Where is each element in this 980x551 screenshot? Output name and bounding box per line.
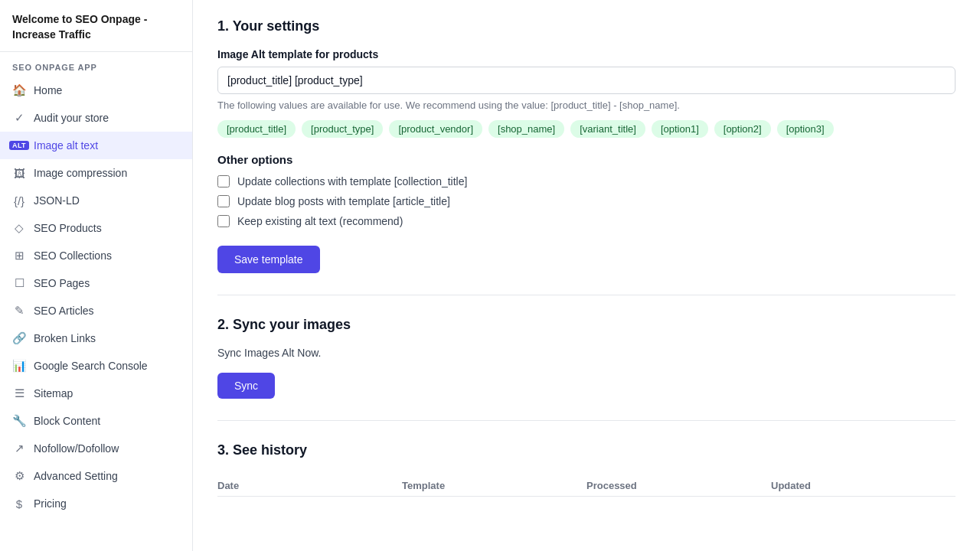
sitemap-label: Sitemap bbox=[34, 387, 73, 399]
field-hint: The following values are available for u… bbox=[217, 99, 956, 111]
sidebar-item-advanced-setting[interactable]: ⚙Advanced Setting bbox=[0, 462, 192, 490]
google-search-console-label: Google Search Console bbox=[34, 360, 148, 372]
template-tag[interactable]: [product_type] bbox=[302, 120, 383, 138]
checkbox-cb2[interactable] bbox=[217, 195, 230, 207]
image-compression-label: Image compression bbox=[34, 167, 127, 179]
advanced-setting-label: Advanced Setting bbox=[34, 470, 118, 482]
sidebar-item-block-content[interactable]: 🔧Block Content bbox=[0, 407, 192, 435]
sidebar-item-image-alt[interactable]: ALTImage alt text bbox=[0, 132, 192, 159]
seo-products-label: SEO Products bbox=[34, 222, 102, 234]
sidebar-item-json-ld[interactable]: {/}JSON-LD bbox=[0, 187, 192, 214]
checkbox-label-cb2: Update blog posts with template [article… bbox=[237, 195, 450, 207]
sidebar-item-broken-links[interactable]: 🔗Broken Links bbox=[0, 324, 192, 352]
seo-collections-label: SEO Collections bbox=[34, 249, 112, 262]
save-template-button[interactable]: Save template bbox=[217, 246, 320, 273]
sidebar-item-image-compression[interactable]: 🖼Image compression bbox=[0, 159, 192, 187]
alt-badge: ALT bbox=[9, 141, 29, 150]
table-header-cell: Processed bbox=[586, 480, 771, 491]
template-tag[interactable]: [shop_name] bbox=[488, 120, 564, 138]
sidebar-section-label: SEO ONPAGE APP bbox=[0, 52, 192, 77]
broken-links-icon: 🔗 bbox=[12, 331, 26, 345]
sidebar-nav: 🏠Home✓Audit your storeALTImage alt text🖼… bbox=[0, 77, 192, 517]
checkbox-row-cb1: Update collections with template [collec… bbox=[217, 175, 956, 187]
checkbox-label-cb3: Keep existing alt text (recommend) bbox=[237, 215, 403, 227]
sync-button[interactable]: Sync bbox=[217, 373, 275, 399]
template-tag[interactable]: [variant_title] bbox=[570, 120, 645, 138]
image-alt-label: Image alt text bbox=[34, 139, 98, 152]
checkbox-cb3[interactable] bbox=[217, 215, 230, 227]
template-tag[interactable]: [option3] bbox=[777, 120, 834, 138]
seo-collections-icon: ⊞ bbox=[12, 249, 26, 262]
advanced-setting-icon: ⚙ bbox=[12, 469, 26, 483]
template-tag[interactable]: [option2] bbox=[714, 120, 771, 138]
audit-icon: ✓ bbox=[12, 111, 26, 125]
sidebar-item-pricing[interactable]: $Pricing bbox=[0, 490, 192, 517]
sidebar-item-google-search-console[interactable]: 📊Google Search Console bbox=[0, 352, 192, 380]
block-content-label: Block Content bbox=[34, 415, 100, 427]
sidebar-item-home[interactable]: 🏠Home bbox=[0, 77, 192, 104]
section-settings: 1. Your settings Image Alt template for … bbox=[217, 18, 956, 295]
nofollow-label: Nofollow/Dofollow bbox=[34, 442, 119, 455]
sidebar: Welcome to SEO Onpage - Increase Traffic… bbox=[0, 0, 193, 551]
template-tag[interactable]: [product_vendor] bbox=[389, 120, 482, 138]
section2-title: 2. Sync your images bbox=[217, 317, 956, 333]
alt-template-input[interactable] bbox=[217, 67, 956, 94]
broken-links-label: Broken Links bbox=[34, 332, 96, 344]
block-content-icon: 🔧 bbox=[12, 414, 26, 428]
sidebar-item-seo-products[interactable]: ◇SEO Products bbox=[0, 214, 192, 242]
template-tags: [product_title][product_type][product_ve… bbox=[217, 120, 956, 138]
main-content: 1. Your settings Image Alt template for … bbox=[193, 0, 980, 551]
checkbox-row-cb3: Keep existing alt text (recommend) bbox=[217, 215, 956, 227]
sidebar-item-seo-collections[interactable]: ⊞SEO Collections bbox=[0, 242, 192, 269]
sidebar-brand: Welcome to SEO Onpage - Increase Traffic bbox=[0, 0, 192, 52]
google-search-console-icon: 📊 bbox=[12, 359, 26, 373]
json-ld-icon: {/} bbox=[12, 194, 26, 207]
home-icon: 🏠 bbox=[12, 83, 26, 97]
seo-articles-label: SEO Articles bbox=[34, 305, 94, 317]
nofollow-icon: ↗ bbox=[12, 442, 26, 455]
table-header-cell: Date bbox=[217, 480, 402, 491]
pricing-icon: $ bbox=[12, 497, 26, 510]
template-tag[interactable]: [product_title] bbox=[217, 120, 296, 138]
home-label: Home bbox=[34, 84, 62, 96]
checkbox-row-cb2: Update blog posts with template [article… bbox=[217, 195, 956, 207]
section1-title: 1. Your settings bbox=[217, 18, 956, 34]
pricing-label: Pricing bbox=[34, 497, 67, 510]
seo-pages-icon: ☐ bbox=[12, 276, 26, 290]
sync-description: Sync Images Alt Now. bbox=[217, 347, 956, 359]
sidebar-item-sitemap[interactable]: ☰Sitemap bbox=[0, 380, 192, 407]
checkbox-cb1[interactable] bbox=[217, 175, 230, 187]
checkbox-label-cb1: Update collections with template [collec… bbox=[237, 175, 467, 187]
sitemap-icon: ☰ bbox=[12, 386, 26, 400]
audit-label: Audit your store bbox=[34, 112, 109, 124]
image-alt-icon: ALT bbox=[12, 139, 26, 152]
section-sync: 2. Sync your images Sync Images Alt Now.… bbox=[217, 317, 956, 421]
seo-pages-label: SEO Pages bbox=[34, 277, 90, 289]
template-tag[interactable]: [option1] bbox=[652, 120, 708, 138]
table-header-cell: Template bbox=[402, 480, 586, 491]
field-label-alt-template: Image Alt template for products bbox=[217, 48, 956, 60]
sidebar-item-nofollow[interactable]: ↗Nofollow/Dofollow bbox=[0, 435, 192, 462]
sidebar-item-audit[interactable]: ✓Audit your store bbox=[0, 104, 192, 132]
checkboxes-container: Update collections with template [collec… bbox=[217, 175, 956, 227]
table-header-cell: Updated bbox=[771, 480, 956, 491]
section3-title: 3. See history bbox=[217, 442, 956, 458]
seo-articles-icon: ✎ bbox=[12, 304, 26, 318]
image-compression-icon: 🖼 bbox=[12, 166, 26, 180]
seo-products-icon: ◇ bbox=[12, 221, 26, 235]
json-ld-label: JSON-LD bbox=[34, 194, 80, 207]
sidebar-item-seo-articles[interactable]: ✎SEO Articles bbox=[0, 297, 192, 324]
sidebar-item-seo-pages[interactable]: ☐SEO Pages bbox=[0, 269, 192, 297]
other-options-title: Other options bbox=[217, 153, 956, 166]
section-history: 3. See history DateTemplateProcessedUpda… bbox=[217, 442, 956, 518]
history-table-header: DateTemplateProcessedUpdated bbox=[217, 472, 956, 497]
